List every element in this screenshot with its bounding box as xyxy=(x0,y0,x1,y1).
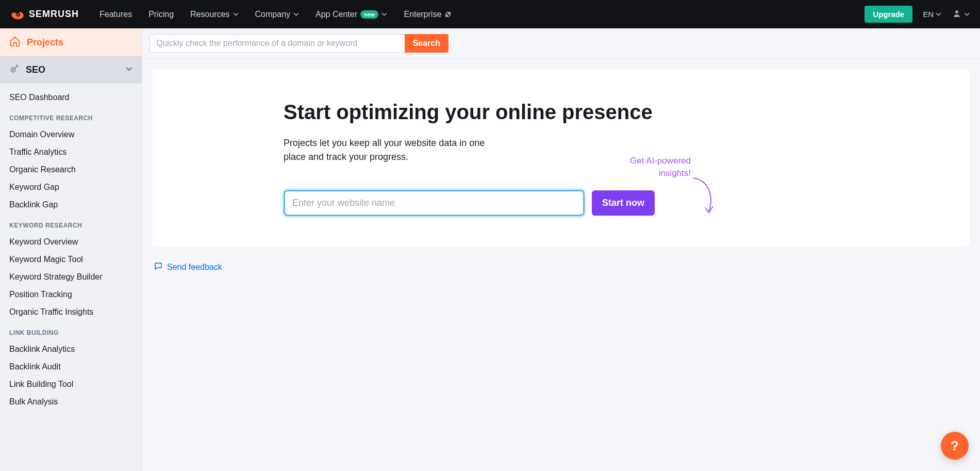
sidebar-item-backlink-audit[interactable]: Backlink Audit xyxy=(0,358,142,376)
brand-logo[interactable]: SEMRUSH xyxy=(10,7,79,22)
sidebar-item-backlink-gap[interactable]: Backlink Gap xyxy=(0,196,142,214)
sidebar-item-seo-dashboard[interactable]: SEO Dashboard xyxy=(0,89,142,106)
nav-label: Pricing xyxy=(148,10,174,19)
website-input[interactable] xyxy=(284,190,585,216)
nav-company[interactable]: Company xyxy=(255,10,299,19)
sidebar-item-label: Link Building Tool xyxy=(9,380,73,388)
ai-callout: Get AI-powered insights! xyxy=(630,155,691,180)
sidebar-item-keyword-magic-tool[interactable]: Keyword Magic Tool xyxy=(0,251,142,268)
chevron-down-icon xyxy=(126,65,132,74)
sidebar-item-domain-overview[interactable]: Domain Overview xyxy=(0,126,142,143)
help-fab[interactable]: ? xyxy=(941,432,969,460)
fire-icon xyxy=(10,7,25,22)
nav-app-center[interactable]: App Center new xyxy=(315,10,387,19)
topnav-right: Upgrade EN xyxy=(865,6,970,23)
sidebar-item-label: Keyword Overview xyxy=(9,237,78,246)
chat-icon xyxy=(154,262,163,273)
nav-label: App Center xyxy=(315,10,357,19)
user-menu[interactable] xyxy=(952,8,970,21)
sidebar-item-traffic-analytics[interactable]: Traffic Analytics xyxy=(0,143,142,161)
svg-point-3 xyxy=(12,69,14,71)
sidebar-item-label: Backlink Gap xyxy=(9,200,58,209)
help-icon: ? xyxy=(951,438,959,454)
nav-resources[interactable]: Resources xyxy=(190,10,238,19)
sidebar-item-link-building-tool[interactable]: Link Building Tool xyxy=(0,376,142,393)
external-link-icon xyxy=(444,11,452,18)
sidebar: Projects SEO SEO Dashboard COMPETITIVE R… xyxy=(0,28,142,471)
sidebar-item-label: Organic Traffic Insights xyxy=(9,307,93,316)
user-icon xyxy=(952,8,962,21)
sidebar-item-projects[interactable]: Projects xyxy=(0,28,142,56)
chevron-down-icon xyxy=(381,10,387,19)
sidebar-item-label: Traffic Analytics xyxy=(9,148,67,156)
sidebar-heading: COMPETITIVE RESEARCH xyxy=(0,106,142,126)
hero-subtitle: Projects let you keep all your website d… xyxy=(284,136,490,164)
arrow-icon xyxy=(688,175,719,217)
sidebar-group-seo[interactable]: SEO xyxy=(0,56,142,84)
hero-title: Start optimizing your online presence xyxy=(284,100,655,124)
sidebar-item-organic-research[interactable]: Organic Research xyxy=(0,161,142,178)
chevron-down-icon xyxy=(964,10,970,19)
sidebar-heading: LINK BUILDING xyxy=(0,321,142,340)
ai-callout-line: insights! xyxy=(630,167,691,180)
target-icon xyxy=(9,63,20,76)
nav-label: Features xyxy=(99,10,132,19)
sidebar-item-keyword-gap[interactable]: Keyword Gap xyxy=(0,178,142,196)
svg-point-1 xyxy=(17,13,19,15)
sidebar-item-organic-traffic-insights[interactable]: Organic Traffic Insights xyxy=(0,303,142,321)
hero-card: Start optimizing your online presence Pr… xyxy=(153,69,970,247)
sidebar-item-backlink-analytics[interactable]: Backlink Analytics xyxy=(0,340,142,358)
top-nav: SEMRUSH Features Pricing Resources Compa… xyxy=(0,0,980,28)
domain-search-button[interactable]: Search xyxy=(405,34,449,53)
domain-search-input[interactable] xyxy=(150,34,405,53)
searchbar-row: Search xyxy=(142,28,980,59)
sidebar-item-label: Projects xyxy=(27,37,63,48)
lang-label: EN xyxy=(923,10,934,19)
sidebar-item-label: Keyword Magic Tool xyxy=(9,255,83,264)
new-badge: new xyxy=(360,10,378,19)
sidebar-heading: KEYWORD RESEARCH xyxy=(0,214,142,233)
chevron-down-icon xyxy=(936,10,941,19)
nav-label: Resources xyxy=(190,10,229,19)
content-wrap: Start optimizing your online presence Pr… xyxy=(142,59,980,283)
sidebar-item-keyword-overview[interactable]: Keyword Overview xyxy=(0,233,142,251)
upgrade-button[interactable]: Upgrade xyxy=(865,6,912,23)
topnav-links: Features Pricing Resources Company App C… xyxy=(99,10,865,19)
sidebar-group-label: SEO xyxy=(26,64,45,75)
main-area: Search Start optimizing your online pres… xyxy=(142,28,980,471)
sidebar-item-label: Domain Overview xyxy=(9,130,74,139)
send-feedback-link[interactable]: Send feedback xyxy=(153,262,970,273)
start-now-button[interactable]: Start now xyxy=(592,190,655,216)
sidebar-item-position-tracking[interactable]: Position Tracking xyxy=(0,286,142,303)
sidebar-item-label: Position Tracking xyxy=(9,290,72,299)
sidebar-item-label: Backlink Audit xyxy=(9,362,61,371)
chevron-down-icon xyxy=(233,10,239,19)
sidebar-items: SEO Dashboard COMPETITIVE RESEARCH Domai… xyxy=(0,84,142,421)
nav-label: Enterprise xyxy=(404,10,441,19)
language-selector[interactable]: EN xyxy=(923,10,941,19)
sidebar-item-label: Keyword Gap xyxy=(9,183,59,191)
feedback-label: Send feedback xyxy=(167,263,222,272)
sidebar-item-label: Keyword Strategy Builder xyxy=(9,272,103,281)
ai-callout-line: Get AI-powered xyxy=(630,155,691,167)
nav-enterprise[interactable]: Enterprise xyxy=(404,10,452,19)
sidebar-item-keyword-strategy-builder[interactable]: Keyword Strategy Builder xyxy=(0,268,142,286)
sidebar-item-bulk-analysis[interactable]: Bulk Analysis xyxy=(0,393,142,411)
chevron-down-icon xyxy=(293,10,299,19)
home-icon xyxy=(9,36,21,49)
nav-label: Company xyxy=(255,10,290,19)
sidebar-item-label: SEO Dashboard xyxy=(9,93,70,102)
nav-pricing[interactable]: Pricing xyxy=(148,10,174,19)
domain-search: Search xyxy=(150,34,449,53)
sidebar-item-label: Backlink Analytics xyxy=(9,345,75,353)
sidebar-item-label: Organic Research xyxy=(9,165,76,174)
nav-features[interactable]: Features xyxy=(99,10,132,19)
sidebar-item-label: Bulk Analysis xyxy=(9,397,58,406)
brand-text: SEMRUSH xyxy=(29,9,79,20)
website-input-row: Start now xyxy=(284,190,655,216)
